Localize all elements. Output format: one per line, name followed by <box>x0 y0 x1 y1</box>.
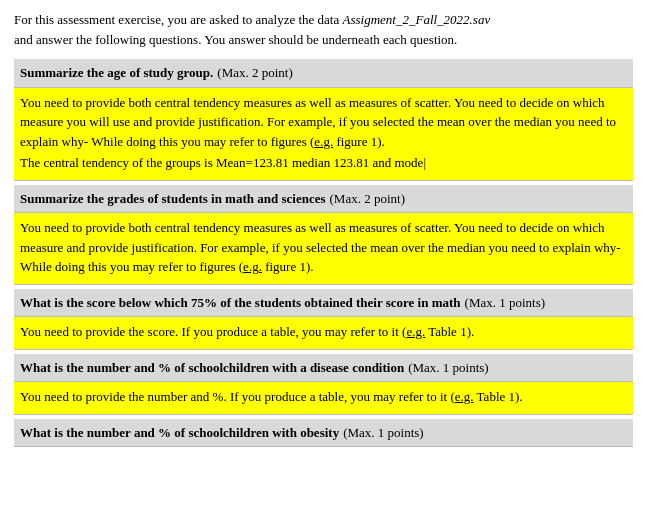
answer-text-q2-p1: You need to provide both central tendenc… <box>20 218 627 277</box>
question-header-q2: Summarize the grades of students in math… <box>14 185 633 214</box>
question-header-bold-q4: What is the number and % of schoolchildr… <box>20 358 404 378</box>
question-header-bold-q3: What is the score below which 75% of the… <box>20 293 461 313</box>
answer-block-q3[interactable]: You need to provide the score. If you pr… <box>14 317 633 350</box>
question-header-normal-q4: (Max. 1 points) <box>408 358 489 378</box>
question-block-q2: Summarize the grades of students in math… <box>14 185 633 285</box>
answer-text-q4-p1: You need to provide the number and %. If… <box>20 387 627 407</box>
answer-block-q4[interactable]: You need to provide the number and %. If… <box>14 382 633 415</box>
question-block-q4: What is the number and % of schoolchildr… <box>14 354 633 415</box>
answer-text-q1-p1: You need to provide both central tendenc… <box>20 93 627 152</box>
question-header-q3: What is the score below which 75% of the… <box>14 289 633 318</box>
answer-block-q1[interactable]: You need to provide both central tendenc… <box>14 88 633 181</box>
question-block-q5: What is the number and % of schoolchildr… <box>14 419 633 448</box>
answer-text-q1-p2: The central tendency of the groups is Me… <box>20 153 627 173</box>
question-header-bold-q1: Summarize the age of study group. <box>20 63 213 83</box>
question-block-q1: Summarize the age of study group. (Max. … <box>14 59 633 181</box>
questions-container: Summarize the age of study group. (Max. … <box>14 59 633 447</box>
intro-filename: Assigment_2_Fall_2022.sav <box>343 12 491 27</box>
question-header-bold-q2: Summarize the grades of students in math… <box>20 189 326 209</box>
question-header-normal-q5: (Max. 1 points) <box>343 423 424 443</box>
question-header-q5: What is the number and % of schoolchildr… <box>14 419 633 448</box>
question-block-q3: What is the score below which 75% of the… <box>14 289 633 350</box>
question-header-normal-q1: (Max. 2 point) <box>217 63 292 83</box>
answer-text-q3-p1: You need to provide the score. If you pr… <box>20 322 627 342</box>
question-header-bold-q5: What is the number and % of schoolchildr… <box>20 423 339 443</box>
question-header-normal-q2: (Max. 2 point) <box>330 189 405 209</box>
question-header-q1: Summarize the age of study group. (Max. … <box>14 59 633 88</box>
question-header-q4: What is the number and % of schoolchildr… <box>14 354 633 383</box>
answer-block-q2[interactable]: You need to provide both central tendenc… <box>14 213 633 285</box>
intro-paragraph: For this assessment exercise, you are as… <box>14 10 633 49</box>
intro-line2: and answer the following questions. You … <box>14 32 457 47</box>
question-header-normal-q3: (Max. 1 points) <box>465 293 546 313</box>
intro-line1-prefix: For this assessment exercise, you are as… <box>14 12 343 27</box>
